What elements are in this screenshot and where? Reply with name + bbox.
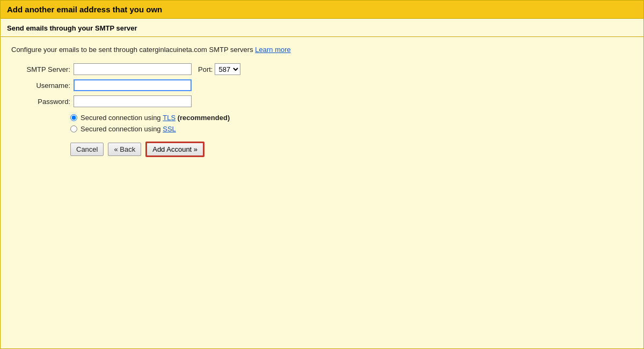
port-select[interactable]: 587 465 25 <box>215 63 240 75</box>
dialog-subtitle: Send emails through your SMTP server <box>1 19 643 37</box>
dialog-container: Add another email address that you own S… <box>0 0 644 349</box>
add-account-button[interactable]: Add Account » <box>145 142 204 157</box>
dialog-body: Configure your emails to be sent through… <box>1 37 643 166</box>
ssl-radio-row: Secured connection using SSL <box>70 125 633 133</box>
form-table: SMTP Server: Port: 587 465 25 Username: … <box>22 63 633 107</box>
smtp-server-input[interactable] <box>74 63 192 75</box>
ssl-link[interactable]: SSL <box>163 125 176 133</box>
ssl-radio[interactable] <box>70 125 77 132</box>
password-label: Password: <box>22 98 70 106</box>
tls-label-prefix: Secured connection using <box>80 114 161 122</box>
configure-text: Configure your emails to be sent through… <box>11 46 633 54</box>
username-input[interactable] <box>74 79 192 91</box>
smtp-server-label: SMTP Server: <box>22 65 70 73</box>
ssl-label-prefix: Secured connection using <box>80 125 161 133</box>
back-button[interactable]: « Back <box>108 143 141 156</box>
tls-recommended: (recommended) <box>178 114 230 122</box>
username-row: Username: <box>22 79 633 91</box>
username-label: Username: <box>22 81 70 90</box>
button-row: Cancel « Back Add Account » <box>70 142 633 157</box>
cancel-button[interactable]: Cancel <box>70 143 104 156</box>
radio-section: Secured connection using TLS (recommende… <box>70 114 633 133</box>
dialog-subtitle-text: Send emails through your SMTP server <box>7 24 137 32</box>
password-row: Password: <box>22 95 633 107</box>
configure-text-prefix: Configure your emails to be sent through… <box>11 46 253 54</box>
smtp-server-row: SMTP Server: Port: 587 465 25 <box>22 63 633 75</box>
dialog-title-text: Add another email address that you own <box>7 5 162 14</box>
dialog-title: Add another email address that you own <box>1 1 643 19</box>
tls-radio-row: Secured connection using TLS (recommende… <box>70 114 633 122</box>
port-label: Port: <box>198 65 213 73</box>
learn-more-link[interactable]: Learn more <box>255 46 290 54</box>
tls-radio[interactable] <box>70 114 77 121</box>
password-input[interactable] <box>74 95 192 107</box>
tls-link[interactable]: TLS <box>163 114 175 122</box>
